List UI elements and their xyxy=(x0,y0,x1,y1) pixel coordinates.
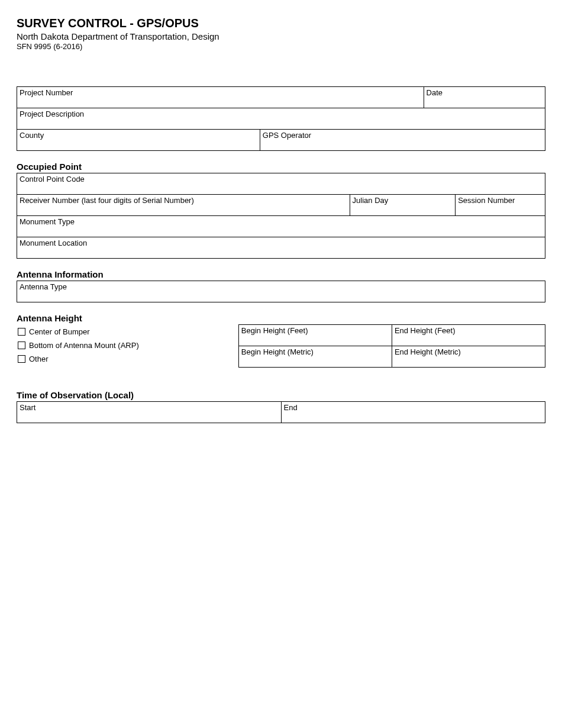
time-observation-table: Start End xyxy=(17,401,545,423)
antenna-type-field[interactable]: Antenna Type xyxy=(17,281,545,302)
project-number-field[interactable]: Project Number xyxy=(17,87,424,108)
center-of-bumper-label: Center of Bumper xyxy=(29,327,90,336)
time-observation-header: Time of Observation (Local) xyxy=(17,390,545,400)
begin-height-feet-field[interactable]: Begin Height (Feet) xyxy=(238,325,392,346)
start-time-field[interactable]: Start xyxy=(17,402,282,423)
occupied-point-table: Control Point Code Receiver Number (last… xyxy=(17,173,545,259)
checkbox-icon xyxy=(18,342,25,349)
center-of-bumper-checkbox[interactable]: Center of Bumper xyxy=(17,325,238,339)
end-height-metric-field[interactable]: End Height (Metric) xyxy=(392,346,545,368)
form-number: SFN 9995 (6-2016) xyxy=(17,42,545,51)
bottom-of-antenna-label: Bottom of Antenna Mount (ARP) xyxy=(29,341,139,350)
receiver-number-field[interactable]: Receiver Number (last four digits of Ser… xyxy=(17,195,350,216)
julian-day-field[interactable]: Julian Day xyxy=(350,195,456,216)
control-point-code-field[interactable]: Control Point Code xyxy=(17,173,545,195)
checkbox-icon xyxy=(18,328,25,336)
other-label: Other xyxy=(29,355,49,363)
form-title: SURVEY CONTROL - GPS/OPUS xyxy=(17,17,545,30)
monument-type-field[interactable]: Monument Type xyxy=(17,216,545,237)
project-info-table: Project Number Date Project Description … xyxy=(17,86,545,151)
checkbox-icon xyxy=(18,355,25,363)
antenna-info-header: Antenna Information xyxy=(17,269,545,279)
session-number-field[interactable]: Session Number xyxy=(456,195,545,216)
form-subtitle: North Dakota Department of Transportatio… xyxy=(17,31,545,41)
end-height-feet-field[interactable]: End Height (Feet) xyxy=(392,325,545,346)
antenna-height-header: Antenna Height xyxy=(17,313,545,323)
antenna-height-table: Center of Bumper Bottom of Antenna Mount… xyxy=(17,324,545,368)
date-field[interactable]: Date xyxy=(424,87,545,108)
antenna-info-table: Antenna Type xyxy=(17,281,545,302)
begin-height-metric-field[interactable]: Begin Height (Metric) xyxy=(238,346,392,368)
occupied-point-header: Occupied Point xyxy=(17,162,545,172)
project-description-field[interactable]: Project Description xyxy=(17,108,545,130)
county-field[interactable]: County xyxy=(17,130,260,151)
antenna-height-checkboxes: Center of Bumper Bottom of Antenna Mount… xyxy=(17,325,238,368)
gps-operator-field[interactable]: GPS Operator xyxy=(260,130,545,151)
end-time-field[interactable]: End xyxy=(281,402,545,423)
other-checkbox[interactable]: Other xyxy=(17,352,238,366)
monument-location-field[interactable]: Monument Location xyxy=(17,237,545,259)
bottom-of-antenna-checkbox[interactable]: Bottom of Antenna Mount (ARP) xyxy=(17,339,238,352)
